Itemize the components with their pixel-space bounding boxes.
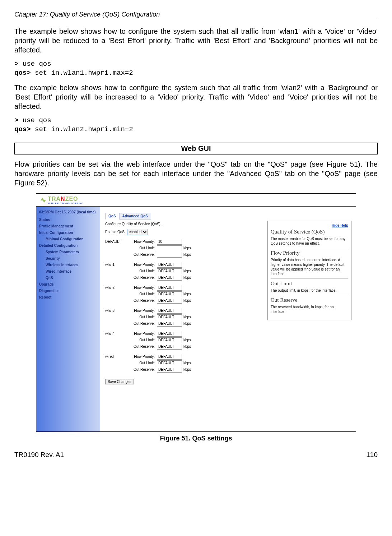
flow-priority-input[interactable] — [157, 239, 182, 245]
save-changes-button[interactable]: Save Changes — [105, 379, 134, 384]
help-text-qos: The master enable for QoS must be set fo… — [271, 236, 348, 246]
sidebar-item-wireless[interactable]: Wireless Interfaces — [46, 263, 98, 267]
out-limit-input[interactable] — [157, 337, 182, 343]
help-heading-outlimit: Out Limit — [271, 281, 348, 287]
cli-block-2: > use qos qos> set in.wlan2.hwpri.min=2 — [14, 116, 378, 134]
sidebar-item-initial-config[interactable]: Initial Configuration — [39, 231, 97, 235]
interface-name: DEFAULT — [105, 238, 126, 258]
out-reserve-input[interactable] — [157, 344, 182, 350]
out-reserve-label: Out Reserve: — [126, 345, 157, 348]
cli-cmd: set in.wlan2.hwpri.min=2 — [31, 125, 133, 133]
flow-priority-label: Flow Priority: — [126, 355, 157, 359]
flow-priority-label: Flow Priority: — [126, 286, 157, 290]
paragraph-2: The example below shows how to configure… — [14, 83, 378, 111]
chapter-title: Chapter 17: Quality of Service (QoS) Con… — [14, 11, 160, 18]
unit-kbps: kbps — [183, 322, 191, 325]
flow-priority-input[interactable] — [157, 285, 182, 291]
flow-priority-input[interactable] — [157, 354, 182, 360]
out-reserve-input[interactable] — [157, 321, 182, 327]
sidebar-item-minimal-config[interactable]: Minimal Configuration — [46, 237, 98, 241]
flow-priority-input[interactable] — [157, 331, 182, 337]
sidebar-item-wired[interactable]: Wired Interface — [46, 269, 98, 273]
cli-prompt: > — [14, 116, 18, 124]
footer-revision: TR0190 Rev. A1 — [14, 451, 64, 459]
unit-kbps: kbps — [183, 276, 191, 279]
out-limit-label: Out Limit: — [126, 292, 157, 296]
interface-name: wired — [105, 353, 126, 373]
cli-prompt: qos> — [14, 69, 31, 77]
flow-priority-label: Flow Priority: — [126, 332, 157, 336]
interface-name: wlan3 — [105, 307, 126, 327]
out-limit-label: Out Limit: — [126, 315, 157, 319]
out-limit-input[interactable] — [157, 245, 182, 251]
enable-qos-label: Enable QoS: — [105, 230, 126, 234]
unit-kbps: kbps — [183, 292, 191, 296]
out-limit-label: Out Limit: — [126, 269, 157, 273]
sidebar-item-reboot[interactable]: Reboot — [39, 295, 97, 299]
sidebar-item-security[interactable]: Security — [46, 257, 98, 260]
cli-cmd: set in.wlan1.hwpri.max=2 — [31, 69, 133, 77]
out-reserve-label: Out Reserve: — [126, 368, 157, 371]
out-reserve-input[interactable] — [157, 252, 182, 258]
out-reserve-label: Out Reserve: — [126, 253, 157, 257]
flow-priority-input[interactable] — [157, 262, 182, 268]
out-reserve-input[interactable] — [157, 275, 182, 281]
out-limit-input[interactable] — [157, 291, 182, 297]
tab-advanced-qos[interactable]: Advanced QoS — [119, 213, 151, 220]
out-limit-input[interactable] — [157, 268, 182, 274]
cli-cmd: use qos — [18, 116, 51, 124]
cli-prompt: qos> — [14, 125, 31, 133]
flow-priority-label: Flow Priority: — [126, 309, 157, 313]
interface-name: wlan1 — [105, 261, 126, 281]
help-heading-outreserve: Out Reserve — [271, 297, 348, 303]
unit-kbps: kbps — [183, 253, 191, 257]
out-reserve-label: Out Reserve: — [126, 322, 157, 325]
sidebar-item-qos[interactable]: QoS — [46, 276, 98, 280]
cli-prompt: > — [14, 60, 18, 68]
sidebar-item-detailed-config[interactable]: Detailed Configuration — [39, 244, 97, 248]
cli-cmd: use qos — [18, 60, 51, 68]
help-text-flow: Priority of data based on source interfa… — [271, 258, 348, 276]
unit-kbps: kbps — [183, 338, 191, 342]
out-reserve-label: Out Reserve: — [126, 299, 157, 302]
out-limit-label: Out Limit: — [126, 338, 157, 342]
unit-kbps: kbps — [183, 299, 191, 302]
out-reserve-input[interactable] — [157, 367, 182, 373]
tab-bar: QoSAdvanced QoS — [105, 212, 351, 219]
out-reserve-label: Out Reserve: — [126, 276, 157, 279]
sidebar: 03:58PM Oct 15, 2007 (local time) Status… — [36, 207, 100, 431]
flow-priority-label: Flow Priority: — [126, 240, 157, 244]
section-heading-webgui: Web GUI — [14, 143, 378, 154]
tab-qos[interactable]: QoS — [105, 213, 119, 220]
paragraph-3: Flow priorities can be set via the web i… — [14, 160, 378, 188]
figure-caption: Figure 51. QoS settings — [14, 435, 378, 442]
cli-block-1: > use qos qos> set in.wlan1.hwpri.max=2 — [14, 60, 378, 77]
help-text-outreserve: The reserved bandwidth, in kbps, for an … — [271, 305, 348, 314]
out-reserve-input[interactable] — [157, 298, 182, 304]
unit-kbps: kbps — [183, 269, 191, 273]
sidebar-item-profile[interactable]: Profile Management — [39, 224, 97, 228]
sidebar-item-upgrade[interactable]: Upgrade — [39, 282, 97, 286]
unit-kbps: kbps — [183, 361, 191, 365]
sidebar-item-diagnostics[interactable]: Diagnostics — [39, 289, 97, 293]
flow-priority-label: Flow Priority: — [126, 263, 157, 267]
brand-text: TRANZEO WIRELESS TECHNOLOGIES INC. — [48, 196, 84, 204]
sidebar-item-status[interactable]: Status — [39, 218, 97, 222]
help-text-outlimit: The output limit, in kbps, for the inter… — [271, 288, 348, 293]
paragraph-1: The example below shows how to configure… — [14, 27, 378, 55]
out-limit-input[interactable] — [157, 360, 182, 366]
sidebar-item-system-params[interactable]: System Parameters — [46, 250, 98, 254]
unit-kbps: kbps — [183, 246, 191, 250]
interface-name: wlan4 — [105, 330, 126, 350]
help-heading-qos: Quality of Service (QoS) — [271, 229, 348, 235]
out-limit-label: Out Limit: — [126, 361, 157, 365]
interface-block: wiredFlow Priority:Out Limit:kbpsOut Res… — [105, 353, 351, 373]
out-limit-input[interactable] — [157, 314, 182, 320]
unit-kbps: kbps — [183, 368, 191, 371]
figure-screenshot: TRANZEO WIRELESS TECHNOLOGIES INC. 03:58… — [36, 193, 356, 432]
flow-priority-input[interactable] — [157, 308, 182, 314]
enable-qos-select[interactable]: enabled — [127, 229, 148, 235]
hide-help-link[interactable]: Hide Help — [271, 223, 348, 227]
footer-page-number: 110 — [366, 451, 378, 459]
out-limit-label: Out Limit: — [126, 246, 157, 250]
